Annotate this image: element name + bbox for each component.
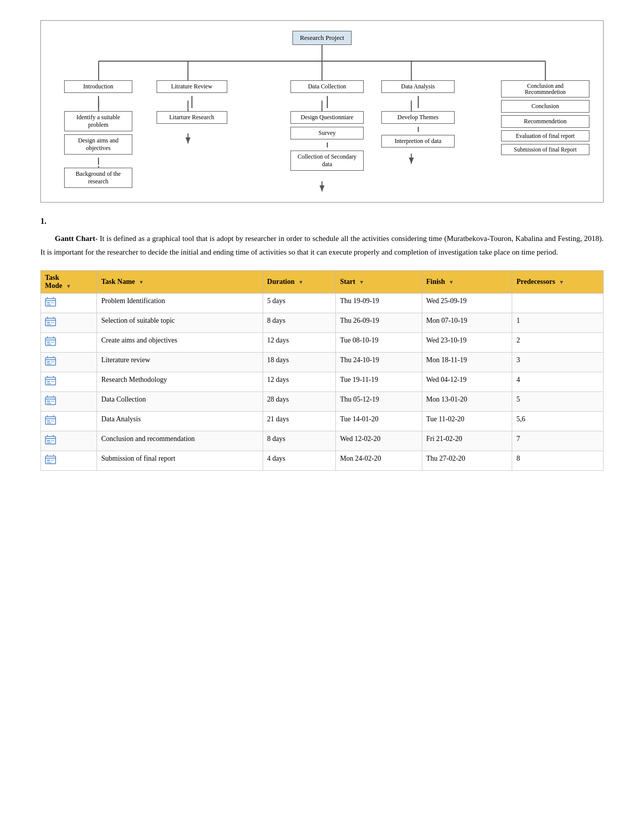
task-mode-icon	[45, 376, 56, 386]
research-project-box: Research Project	[292, 31, 352, 45]
td-task-name: Literature review	[97, 353, 263, 372]
body-paragraph: Gantt Chart- It is defined as a graphica…	[40, 232, 604, 259]
td-duration: 12 days	[263, 333, 335, 353]
svg-rect-38	[51, 341, 54, 343]
col1-child-0: Identify a suitable problem	[64, 111, 132, 131]
td-task-name: Research Methodology	[97, 372, 263, 392]
td-task-name: Data Analysis	[97, 412, 263, 431]
svg-marker-12	[185, 137, 190, 143]
col4-header: Data Analysis	[381, 80, 455, 93]
td-finish: Mon 13-01-20	[422, 392, 512, 412]
svg-rect-32	[47, 324, 51, 325]
org-col-5: Conclusion and Recommnedetion Conclusion…	[496, 80, 595, 155]
col3-child-2: Collection of Secondary data	[290, 151, 364, 171]
svg-rect-67	[47, 422, 51, 424]
sort-arrow-pred: ▼	[559, 279, 564, 285]
org-col-3: Data Collection Design Questionniare Sur…	[285, 80, 369, 171]
table-row: Conclusion and recommendation8 daysWed 1…	[41, 431, 604, 451]
td-task-mode	[41, 431, 97, 451]
td-task-mode	[41, 313, 97, 333]
td-task-mode	[41, 412, 97, 431]
col2-child-0: Litarture Research	[157, 111, 227, 124]
col2-header: Litrature Review	[157, 80, 227, 93]
td-start: Tue 14-01-20	[336, 412, 422, 431]
td-start: Mon 24-02-20	[336, 451, 422, 471]
svg-rect-51	[47, 381, 50, 382]
table-row: Submission of final report4 daysMon 24-0…	[41, 451, 604, 471]
th-duration: Duration ▼	[263, 271, 335, 293]
td-task-name: Conclusion and recommendation	[97, 431, 263, 451]
td-start: Thu 24-10-19	[336, 353, 422, 372]
svg-rect-44	[47, 361, 50, 363]
td-task-mode	[41, 451, 97, 471]
task-mode-icon	[45, 455, 56, 465]
svg-rect-59	[51, 401, 54, 402]
td-start: Thu 05-12-19	[336, 392, 422, 412]
sort-arrow-mode: ▼	[66, 283, 71, 289]
col5-child-2: Evaluation of final report	[501, 130, 589, 141]
sort-arrow-start: ▼	[359, 279, 364, 285]
td-start: Tue 08-10-19	[336, 333, 422, 353]
svg-rect-30	[47, 322, 50, 323]
td-predecessors: 4	[512, 372, 604, 392]
td-duration: 21 days	[263, 412, 335, 431]
sort-arrow-duration: ▼	[299, 279, 304, 285]
th-task-name: Task Name ▼	[97, 271, 263, 293]
svg-rect-66	[51, 420, 54, 422]
table-row: Literature review18 daysThu 24-10-19Mon …	[41, 353, 604, 372]
svg-rect-80	[51, 460, 54, 461]
td-start: Tue 19-11-19	[336, 372, 422, 392]
td-task-name: Submission of final report	[97, 451, 263, 471]
svg-rect-39	[47, 344, 51, 345]
svg-rect-58	[47, 401, 50, 402]
th-predecessors: Predecessors ▼	[512, 271, 604, 293]
sort-arrow-name: ▼	[139, 279, 144, 285]
table-row: Create aims and objectives12 daysTue 08-…	[41, 333, 604, 353]
td-finish: Tue 11-02-20	[422, 412, 512, 431]
svg-rect-73	[51, 440, 54, 441]
td-finish: Wed 04-12-19	[422, 372, 512, 392]
td-duration: 28 days	[263, 392, 335, 412]
task-mode-icon	[45, 336, 56, 347]
td-predecessors: 7	[512, 431, 604, 451]
svg-rect-37	[47, 341, 50, 343]
org-chart-body: Introduction Identify a suitable problem…	[49, 45, 595, 194]
td-task-name: Data Collection	[97, 392, 263, 412]
td-finish: Wed 25-09-19	[422, 293, 512, 313]
td-predecessors: 1	[512, 313, 604, 333]
svg-rect-31	[51, 322, 54, 323]
th-finish: Finish ▼	[422, 271, 512, 293]
org-col-4: Data Analysis Develop Themes Interpretio…	[376, 80, 460, 148]
td-task-mode	[41, 293, 97, 313]
org-top-node: Research Project	[49, 31, 595, 45]
svg-rect-23	[47, 302, 50, 304]
col1-header: Introduction	[64, 80, 132, 93]
paragraph-body: - It is defined as a graphical tool that…	[40, 234, 604, 256]
task-mode-icon	[45, 317, 56, 327]
sort-arrow-finish: ▼	[449, 279, 454, 285]
svg-rect-24	[51, 302, 54, 304]
bold-term: Gantt Chart	[55, 234, 95, 242]
td-start: Wed 12-02-20	[336, 431, 422, 451]
td-start: Thu 26-09-19	[336, 313, 422, 333]
org-col-2: Litrature Review Litarture Research	[153, 80, 231, 124]
td-finish: Fri 21-02-20	[422, 431, 512, 451]
task-mode-icon	[45, 435, 56, 445]
th-task-mode: TaskMode ▼	[41, 271, 97, 293]
svg-rect-79	[47, 460, 50, 461]
task-mode-icon	[45, 415, 56, 425]
td-duration: 5 days	[263, 293, 335, 313]
td-finish: Mon 07-10-19	[422, 313, 512, 333]
td-predecessors: 3	[512, 353, 604, 372]
table-row: Selection of suitable topic8 daysThu 26-…	[41, 313, 604, 333]
svg-rect-46	[47, 363, 51, 365]
svg-rect-45	[51, 361, 54, 363]
svg-rect-72	[47, 440, 50, 441]
td-task-mode	[41, 353, 97, 372]
td-task-name: Selection of suitable topic	[97, 313, 263, 333]
svg-rect-74	[47, 442, 51, 444]
td-start: Thu 19-09-19	[336, 293, 422, 313]
col3-child-1: Survey	[290, 127, 364, 139]
col5-child-1: Recommendetion	[501, 115, 589, 128]
col5-header: Conclusion and Recommnedetion	[501, 80, 589, 97]
